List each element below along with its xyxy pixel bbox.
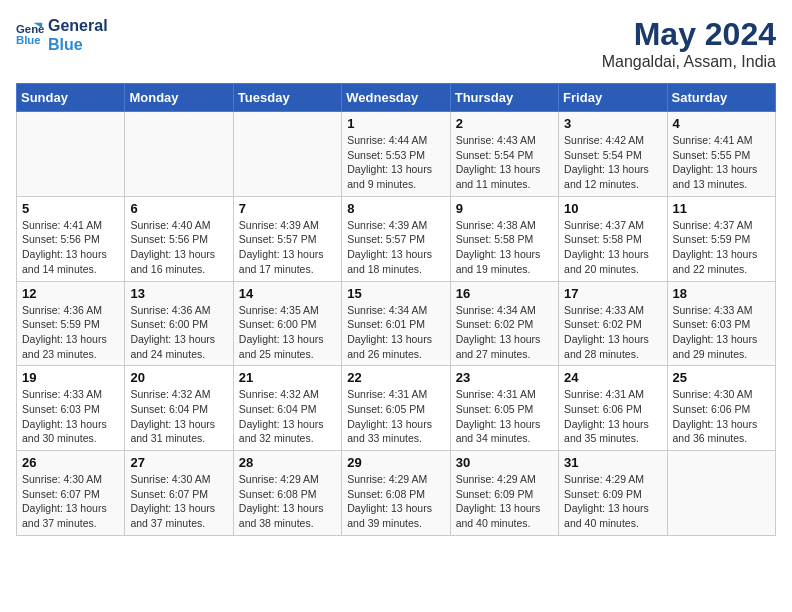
page-header: General Blue General Blue May 2024 Manga… <box>16 16 776 71</box>
day-info: Sunrise: 4:38 AM Sunset: 5:58 PM Dayligh… <box>456 218 553 277</box>
calendar-cell: 6Sunrise: 4:40 AM Sunset: 5:56 PM Daylig… <box>125 196 233 281</box>
day-info: Sunrise: 4:31 AM Sunset: 6:05 PM Dayligh… <box>456 387 553 446</box>
svg-text:Blue: Blue <box>16 34 41 46</box>
week-row-3: 12Sunrise: 4:36 AM Sunset: 5:59 PM Dayli… <box>17 281 776 366</box>
logo: General Blue General Blue <box>16 16 108 54</box>
day-number: 7 <box>239 201 336 216</box>
week-row-4: 19Sunrise: 4:33 AM Sunset: 6:03 PM Dayli… <box>17 366 776 451</box>
day-info: Sunrise: 4:29 AM Sunset: 6:09 PM Dayligh… <box>456 472 553 531</box>
calendar-cell: 4Sunrise: 4:41 AM Sunset: 5:55 PM Daylig… <box>667 112 775 197</box>
calendar-cell: 20Sunrise: 4:32 AM Sunset: 6:04 PM Dayli… <box>125 366 233 451</box>
calendar-cell: 29Sunrise: 4:29 AM Sunset: 6:08 PM Dayli… <box>342 451 450 536</box>
day-info: Sunrise: 4:41 AM Sunset: 5:56 PM Dayligh… <box>22 218 119 277</box>
weekday-header-sunday: Sunday <box>17 84 125 112</box>
calendar-cell: 13Sunrise: 4:36 AM Sunset: 6:00 PM Dayli… <box>125 281 233 366</box>
calendar-cell: 30Sunrise: 4:29 AM Sunset: 6:09 PM Dayli… <box>450 451 558 536</box>
day-number: 31 <box>564 455 661 470</box>
day-number: 2 <box>456 116 553 131</box>
calendar-cell: 3Sunrise: 4:42 AM Sunset: 5:54 PM Daylig… <box>559 112 667 197</box>
calendar-cell: 27Sunrise: 4:30 AM Sunset: 6:07 PM Dayli… <box>125 451 233 536</box>
day-info: Sunrise: 4:33 AM Sunset: 6:03 PM Dayligh… <box>673 303 770 362</box>
day-info: Sunrise: 4:40 AM Sunset: 5:56 PM Dayligh… <box>130 218 227 277</box>
day-info: Sunrise: 4:32 AM Sunset: 6:04 PM Dayligh… <box>239 387 336 446</box>
day-info: Sunrise: 4:30 AM Sunset: 6:06 PM Dayligh… <box>673 387 770 446</box>
title-area: May 2024 Mangaldai, Assam, India <box>602 16 776 71</box>
calendar-cell: 11Sunrise: 4:37 AM Sunset: 5:59 PM Dayli… <box>667 196 775 281</box>
day-info: Sunrise: 4:33 AM Sunset: 6:03 PM Dayligh… <box>22 387 119 446</box>
calendar-cell <box>125 112 233 197</box>
weekday-header-friday: Friday <box>559 84 667 112</box>
day-number: 9 <box>456 201 553 216</box>
calendar-cell: 25Sunrise: 4:30 AM Sunset: 6:06 PM Dayli… <box>667 366 775 451</box>
day-number: 30 <box>456 455 553 470</box>
week-row-2: 5Sunrise: 4:41 AM Sunset: 5:56 PM Daylig… <box>17 196 776 281</box>
day-number: 28 <box>239 455 336 470</box>
calendar-cell: 7Sunrise: 4:39 AM Sunset: 5:57 PM Daylig… <box>233 196 341 281</box>
day-info: Sunrise: 4:31 AM Sunset: 6:05 PM Dayligh… <box>347 387 444 446</box>
logo-general: General <box>48 16 108 35</box>
day-info: Sunrise: 4:42 AM Sunset: 5:54 PM Dayligh… <box>564 133 661 192</box>
day-number: 12 <box>22 286 119 301</box>
calendar-cell: 5Sunrise: 4:41 AM Sunset: 5:56 PM Daylig… <box>17 196 125 281</box>
day-number: 5 <box>22 201 119 216</box>
calendar-cell: 1Sunrise: 4:44 AM Sunset: 5:53 PM Daylig… <box>342 112 450 197</box>
day-number: 10 <box>564 201 661 216</box>
day-number: 23 <box>456 370 553 385</box>
day-info: Sunrise: 4:43 AM Sunset: 5:54 PM Dayligh… <box>456 133 553 192</box>
day-number: 22 <box>347 370 444 385</box>
day-info: Sunrise: 4:30 AM Sunset: 6:07 PM Dayligh… <box>22 472 119 531</box>
logo-icon: General Blue <box>16 21 44 49</box>
day-number: 24 <box>564 370 661 385</box>
day-info: Sunrise: 4:34 AM Sunset: 6:02 PM Dayligh… <box>456 303 553 362</box>
day-number: 3 <box>564 116 661 131</box>
day-info: Sunrise: 4:34 AM Sunset: 6:01 PM Dayligh… <box>347 303 444 362</box>
calendar-cell: 9Sunrise: 4:38 AM Sunset: 5:58 PM Daylig… <box>450 196 558 281</box>
day-info: Sunrise: 4:30 AM Sunset: 6:07 PM Dayligh… <box>130 472 227 531</box>
day-number: 1 <box>347 116 444 131</box>
calendar-cell: 15Sunrise: 4:34 AM Sunset: 6:01 PM Dayli… <box>342 281 450 366</box>
day-number: 25 <box>673 370 770 385</box>
day-info: Sunrise: 4:39 AM Sunset: 5:57 PM Dayligh… <box>239 218 336 277</box>
day-number: 26 <box>22 455 119 470</box>
calendar-cell: 10Sunrise: 4:37 AM Sunset: 5:58 PM Dayli… <box>559 196 667 281</box>
day-number: 18 <box>673 286 770 301</box>
calendar-cell <box>17 112 125 197</box>
day-info: Sunrise: 4:29 AM Sunset: 6:08 PM Dayligh… <box>347 472 444 531</box>
weekday-header-wednesday: Wednesday <box>342 84 450 112</box>
calendar-cell <box>233 112 341 197</box>
day-info: Sunrise: 4:39 AM Sunset: 5:57 PM Dayligh… <box>347 218 444 277</box>
calendar-cell: 24Sunrise: 4:31 AM Sunset: 6:06 PM Dayli… <box>559 366 667 451</box>
day-info: Sunrise: 4:32 AM Sunset: 6:04 PM Dayligh… <box>130 387 227 446</box>
weekday-header-monday: Monday <box>125 84 233 112</box>
week-row-5: 26Sunrise: 4:30 AM Sunset: 6:07 PM Dayli… <box>17 451 776 536</box>
day-info: Sunrise: 4:44 AM Sunset: 5:53 PM Dayligh… <box>347 133 444 192</box>
day-info: Sunrise: 4:37 AM Sunset: 5:59 PM Dayligh… <box>673 218 770 277</box>
day-number: 15 <box>347 286 444 301</box>
day-number: 4 <box>673 116 770 131</box>
calendar-cell: 2Sunrise: 4:43 AM Sunset: 5:54 PM Daylig… <box>450 112 558 197</box>
day-number: 20 <box>130 370 227 385</box>
calendar-cell: 12Sunrise: 4:36 AM Sunset: 5:59 PM Dayli… <box>17 281 125 366</box>
calendar-cell: 31Sunrise: 4:29 AM Sunset: 6:09 PM Dayli… <box>559 451 667 536</box>
day-info: Sunrise: 4:33 AM Sunset: 6:02 PM Dayligh… <box>564 303 661 362</box>
day-info: Sunrise: 4:36 AM Sunset: 6:00 PM Dayligh… <box>130 303 227 362</box>
calendar-cell: 16Sunrise: 4:34 AM Sunset: 6:02 PM Dayli… <box>450 281 558 366</box>
day-number: 11 <box>673 201 770 216</box>
weekday-header-row: SundayMondayTuesdayWednesdayThursdayFrid… <box>17 84 776 112</box>
calendar-table: SundayMondayTuesdayWednesdayThursdayFrid… <box>16 83 776 536</box>
weekday-header-saturday: Saturday <box>667 84 775 112</box>
day-number: 6 <box>130 201 227 216</box>
calendar-cell: 17Sunrise: 4:33 AM Sunset: 6:02 PM Dayli… <box>559 281 667 366</box>
calendar-cell: 8Sunrise: 4:39 AM Sunset: 5:57 PM Daylig… <box>342 196 450 281</box>
day-number: 17 <box>564 286 661 301</box>
day-info: Sunrise: 4:29 AM Sunset: 6:09 PM Dayligh… <box>564 472 661 531</box>
day-info: Sunrise: 4:31 AM Sunset: 6:06 PM Dayligh… <box>564 387 661 446</box>
calendar-cell: 18Sunrise: 4:33 AM Sunset: 6:03 PM Dayli… <box>667 281 775 366</box>
logo-blue: Blue <box>48 35 108 54</box>
day-info: Sunrise: 4:35 AM Sunset: 6:00 PM Dayligh… <box>239 303 336 362</box>
calendar-cell: 21Sunrise: 4:32 AM Sunset: 6:04 PM Dayli… <box>233 366 341 451</box>
day-number: 21 <box>239 370 336 385</box>
calendar-cell: 26Sunrise: 4:30 AM Sunset: 6:07 PM Dayli… <box>17 451 125 536</box>
day-number: 29 <box>347 455 444 470</box>
calendar-cell: 28Sunrise: 4:29 AM Sunset: 6:08 PM Dayli… <box>233 451 341 536</box>
